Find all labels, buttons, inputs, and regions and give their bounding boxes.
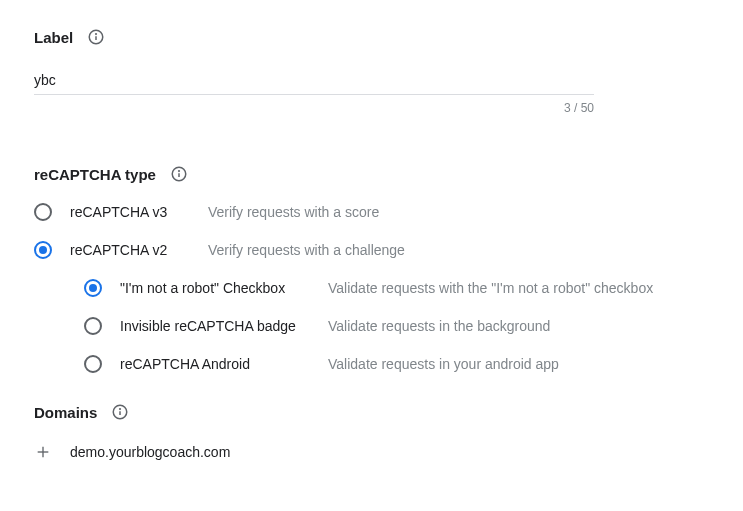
radio-icon [34, 241, 52, 259]
info-icon[interactable] [170, 165, 188, 183]
radio-label: reCAPTCHA Android [120, 356, 310, 372]
label-char-count: 3 / 50 [34, 101, 594, 115]
radio-icon [84, 355, 102, 373]
label-header: Label [34, 28, 709, 46]
radio-recaptcha-v3[interactable]: reCAPTCHA v3 Verify requests with a scor… [34, 203, 709, 221]
radio-desc: Validate requests in your android app [328, 356, 559, 372]
radio-icon [84, 317, 102, 335]
radio-recaptcha-android[interactable]: reCAPTCHA Android Validate requests in y… [84, 355, 709, 373]
radio-label: reCAPTCHA v2 [70, 242, 190, 258]
radio-desc: Validate requests with the "I'm not a ro… [328, 280, 653, 296]
radio-desc: Verify requests with a score [208, 204, 379, 220]
radio-label: "I'm not a robot" Checkbox [120, 280, 310, 296]
svg-point-2 [96, 34, 97, 35]
radio-invisible-badge[interactable]: Invisible reCAPTCHA badge Validate reque… [84, 317, 709, 335]
add-domain-row[interactable]: demo.yourblogcoach.com [34, 443, 709, 461]
radio-recaptcha-v2[interactable]: reCAPTCHA v2 Verify requests with a chal… [34, 241, 709, 259]
domains-header: Domains [34, 403, 709, 421]
radio-desc: Verify requests with a challenge [208, 242, 405, 258]
info-icon[interactable] [87, 28, 105, 46]
type-title: reCAPTCHA type [34, 166, 156, 183]
plus-icon [34, 443, 52, 461]
info-icon[interactable] [111, 403, 129, 421]
svg-point-5 [179, 171, 180, 172]
label-title: Label [34, 29, 73, 46]
radio-label: reCAPTCHA v3 [70, 204, 190, 220]
domain-entry: demo.yourblogcoach.com [70, 444, 230, 460]
radio-label: Invisible reCAPTCHA badge [120, 318, 310, 334]
radio-icon [84, 279, 102, 297]
type-header: reCAPTCHA type [34, 165, 709, 183]
domains-title: Domains [34, 404, 97, 421]
label-input[interactable] [34, 66, 594, 95]
radio-icon [34, 203, 52, 221]
radio-not-a-robot-checkbox[interactable]: "I'm not a robot" Checkbox Validate requ… [84, 279, 709, 297]
svg-point-8 [120, 409, 121, 410]
radio-desc: Validate requests in the background [328, 318, 550, 334]
